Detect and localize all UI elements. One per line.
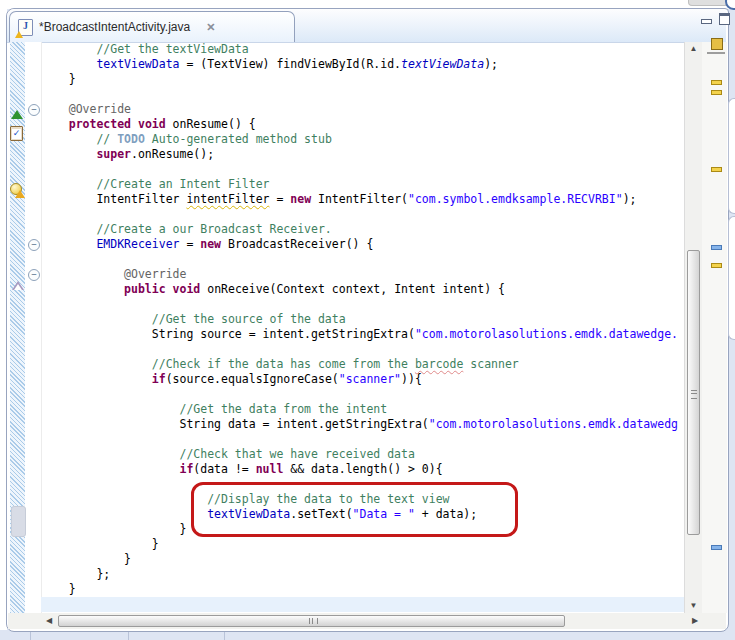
code-line[interactable]: protected void onResume() { (41, 117, 684, 132)
code-line[interactable]: super.onResume(); (41, 147, 684, 162)
overview-occurrence-marker[interactable] (711, 545, 722, 550)
java-file-icon: J (18, 19, 33, 36)
fold-ruler[interactable]: −−− (25, 42, 42, 613)
warning-overlay-icon (15, 31, 23, 38)
eclipse-editor-window: J *BroadcastIntentActivity.java ✕ −−− ✓ … (0, 0, 735, 640)
separator (128, 632, 129, 640)
vertical-scrollbar-thumb[interactable] (687, 250, 700, 535)
code-line[interactable] (41, 477, 684, 492)
overview-ruler-divider (707, 52, 725, 54)
fold-collapse-icon[interactable]: − (28, 269, 40, 281)
overview-summary-warning-icon[interactable] (711, 38, 723, 50)
code-line[interactable]: public void onReceive(Context context, I… (41, 282, 684, 297)
code-line[interactable] (41, 297, 684, 312)
code-line[interactable]: } (41, 522, 684, 537)
scroll-left-icon[interactable]: ◀ (46, 616, 52, 625)
overview-warning-marker[interactable] (711, 80, 722, 85)
horizontal-scrollbar[interactable]: ◀ ▶ (8, 613, 726, 629)
collapsed-view-edge (728, 98, 735, 214)
code-line[interactable]: //Get the data from the intent (41, 402, 684, 417)
separator (224, 632, 225, 640)
code-line[interactable]: //Get the source of the data (41, 312, 684, 327)
separator (30, 632, 31, 640)
code-line[interactable]: //Display the data to the text view (41, 492, 684, 507)
code-line[interactable]: // TODO Auto-generated method stub (41, 132, 684, 147)
fold-collapse-icon[interactable]: − (28, 239, 40, 251)
code-line[interactable]: if(data != null && data.length() > 0){ (41, 462, 684, 477)
code-line[interactable] (41, 597, 684, 612)
code-line[interactable] (41, 207, 684, 222)
minimize-icon (701, 19, 712, 24)
code-line[interactable]: } (41, 552, 684, 567)
code-line[interactable] (41, 342, 684, 357)
code-line[interactable]: @Override (41, 267, 684, 282)
code-lines[interactable]: //Get the textViewData textViewData = (T… (41, 42, 684, 613)
block-range-indicator (11, 506, 26, 537)
code-line[interactable]: } (41, 72, 684, 87)
code-line[interactable]: //Create an Intent Filter (41, 177, 684, 192)
vertical-scrollbar[interactable]: ▲ ▼ (684, 42, 702, 613)
code-line[interactable] (41, 87, 684, 102)
scroll-up-icon[interactable]: ▲ (685, 44, 702, 53)
code-line[interactable]: String source = intent.getStringExtra("c… (41, 327, 684, 342)
implements-indicator-icon (12, 281, 24, 290)
editor-tab-broadcastintentactivity[interactable]: J *BroadcastIntentActivity.java ✕ (9, 11, 295, 42)
minimize-view-button[interactable] (699, 12, 714, 26)
tab-title: *BroadcastIntentActivity.java (39, 20, 190, 34)
tab-close-icon[interactable]: ✕ (206, 21, 215, 34)
code-line[interactable]: //Check that we have received data (41, 447, 684, 462)
code-line[interactable]: IntentFilter intentFilter = new IntentFi… (41, 192, 684, 207)
overview-warning-marker[interactable] (711, 167, 722, 172)
code-line[interactable]: } (41, 582, 684, 597)
thumb-grip-icon (309, 618, 318, 624)
code-line[interactable]: //Create a our Broadcast Receiver. (41, 222, 684, 237)
code-line[interactable]: String data = intent.getStringExtra("com… (41, 417, 684, 432)
code-line[interactable]: textViewData = (TextView) findViewById(R… (41, 57, 684, 72)
overview-occurrence-marker[interactable] (711, 245, 722, 250)
code-line[interactable] (41, 432, 684, 447)
code-line[interactable]: if(source.equalsIgnoreCase("scanner")){ (41, 372, 684, 387)
code-line[interactable] (41, 387, 684, 402)
overview-warning-marker[interactable] (711, 90, 722, 95)
scroll-right-icon[interactable]: ▶ (692, 616, 698, 625)
warning-triangle-icon (15, 190, 25, 198)
code-line[interactable]: @Override (41, 102, 684, 117)
fold-collapse-icon[interactable]: − (28, 104, 40, 116)
code-line[interactable] (41, 162, 684, 177)
horizontal-scrollbar-thumb[interactable] (58, 615, 565, 627)
code-line[interactable]: //Check if the data has come from the ba… (41, 357, 684, 372)
maximize-view-button[interactable] (717, 12, 732, 26)
overview-ruler[interactable] (702, 42, 727, 613)
overrides-indicator-icon (11, 110, 23, 119)
code-line[interactable]: }; (41, 567, 684, 582)
code-line[interactable]: } (41, 537, 684, 552)
thumb-grip-icon (691, 390, 697, 399)
scroll-down-icon[interactable]: ▼ (685, 601, 702, 610)
code-line[interactable]: textViewData.setText("Data = " + data); (41, 507, 684, 522)
code-line[interactable]: EMDKReceiver = new BroadcastReceiver() { (41, 237, 684, 252)
overview-warning-marker[interactable] (711, 263, 722, 268)
code-line[interactable] (41, 252, 684, 267)
task-marker-icon[interactable]: ✓ (10, 126, 23, 141)
code-line[interactable]: //Get the textViewData (41, 42, 684, 57)
maximize-icon (719, 13, 730, 25)
collapsed-view-edge (728, 216, 735, 340)
toolbar-fragment (688, 0, 729, 6)
